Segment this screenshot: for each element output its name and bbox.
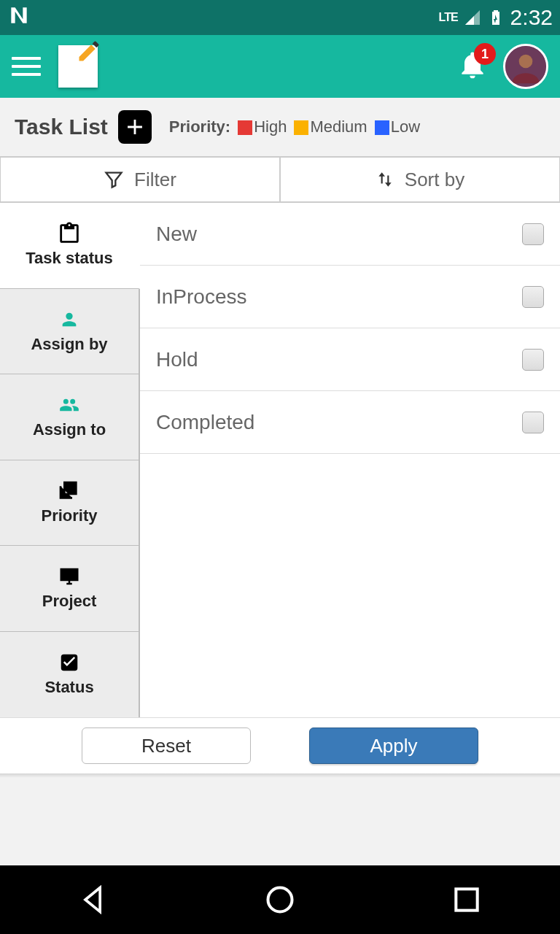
filter-sort-bar: Filter Sort by	[0, 156, 560, 203]
people-icon	[57, 395, 82, 415]
filter-button[interactable]: Filter	[0, 157, 280, 202]
task-list-header: Task List Priority: High Medium Low	[0, 98, 560, 156]
option-completed[interactable]: Completed	[140, 391, 560, 454]
signal-icon	[464, 9, 481, 26]
tab-label: Task status	[26, 249, 112, 268]
tab-label: Assign to	[33, 420, 106, 439]
battery-icon	[487, 9, 505, 26]
priority-legend: Priority: High Medium Low	[169, 117, 420, 136]
home-button[interactable]	[264, 884, 296, 916]
filter-category-sidebar: Task status Assign by Assign to 1 Priori…	[0, 203, 140, 717]
svg-rect-5	[456, 889, 477, 910]
priority-label: Priority:	[169, 117, 230, 136]
tab-label: Project	[42, 592, 97, 611]
network-lte-label: LTE	[439, 11, 458, 24]
svg-point-4	[268, 888, 292, 912]
clipboard-icon	[57, 221, 82, 246]
app-bar: 1	[0, 35, 560, 98]
sidebar-tab-project[interactable]: Project	[0, 546, 139, 632]
checkbox-completed[interactable]	[522, 412, 544, 433]
android-nav-bar	[0, 865, 560, 934]
filter-footer: Reset Apply	[0, 718, 560, 773]
filter-options-list: New InProcess Hold Completed	[140, 203, 560, 717]
option-new[interactable]: New	[140, 203, 560, 266]
legend-low: Low	[375, 117, 420, 136]
tab-label: Status	[44, 678, 93, 697]
sort-label: Sort by	[405, 169, 464, 191]
option-label: New	[156, 223, 197, 246]
apply-button[interactable]: Apply	[309, 727, 478, 764]
menu-button[interactable]	[12, 52, 41, 81]
sidebar-tab-assign-to[interactable]: Assign to	[0, 374, 139, 460]
checkbox-inprocess[interactable]	[522, 286, 544, 308]
page-title: Task List	[15, 115, 108, 139]
option-label: Hold	[156, 348, 198, 371]
sidebar-tab-task-status[interactable]: Task status	[0, 203, 140, 289]
sort-icon	[376, 169, 394, 190]
option-label: InProcess	[156, 285, 247, 309]
filter-icon	[104, 169, 124, 190]
clock-time: 2:32	[510, 5, 553, 30]
checkbox-checked-icon	[58, 652, 81, 674]
option-inprocess[interactable]: InProcess	[140, 266, 560, 328]
checkbox-hold[interactable]	[522, 349, 544, 371]
add-task-button[interactable]	[118, 110, 152, 144]
back-button[interactable]	[77, 884, 109, 916]
svg-text:1: 1	[69, 483, 74, 493]
notifications-button[interactable]: 1	[456, 49, 489, 84]
sidebar-tab-priority[interactable]: 1 Priority	[0, 460, 139, 547]
monitor-icon	[57, 566, 82, 587]
reset-button[interactable]: Reset	[82, 727, 251, 764]
sidebar-tab-assign-by[interactable]: Assign by	[0, 289, 139, 375]
recent-apps-button[interactable]	[451, 884, 483, 916]
android-status-bar: LTE 2:32	[0, 0, 560, 35]
person-icon	[58, 309, 80, 330]
svg-point-1	[519, 55, 533, 69]
profile-avatar[interactable]	[503, 44, 548, 89]
sidebar-tab-status[interactable]: Status	[0, 632, 139, 718]
divider-shadow	[0, 773, 560, 778]
option-label: Completed	[156, 411, 254, 434]
app-logo-note-icon	[58, 45, 98, 88]
option-hold[interactable]: Hold	[140, 328, 560, 391]
tab-label: Priority	[41, 506, 97, 525]
legend-high: High	[238, 117, 287, 136]
legend-medium: Medium	[294, 117, 367, 136]
filter-panel: Task status Assign by Assign to 1 Priori…	[0, 203, 560, 718]
priority-number-icon: 1	[56, 479, 82, 503]
notification-badge: 1	[474, 43, 496, 65]
tab-label: Assign by	[31, 335, 107, 354]
checkbox-new[interactable]	[522, 223, 544, 245]
sort-button[interactable]: Sort by	[280, 157, 560, 202]
android-n-icon	[7, 4, 31, 32]
filter-label: Filter	[134, 169, 176, 191]
